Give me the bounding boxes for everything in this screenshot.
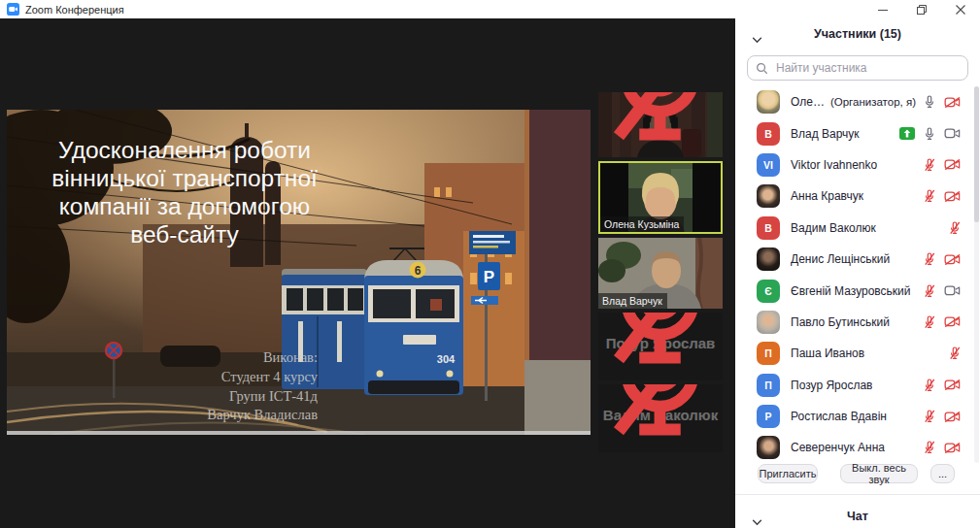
screen-share-icon: [899, 127, 915, 140]
tile-name-label: Вадим Ваколюк: [598, 384, 723, 452]
avatar: В: [757, 122, 780, 146]
avatar: Р: [757, 405, 780, 428]
participant-row[interactable]: В Вадим Ваколюк: [735, 213, 972, 244]
participant-row[interactable]: Денис Лещінський: [735, 244, 972, 275]
participant-row[interactable]: П Паша Иванов: [735, 338, 972, 369]
chat-title: Чат: [847, 510, 868, 523]
zoom-window: Zoom Конференция: [0, 0, 980, 528]
video-tile-vadym[interactable]: Вадим Ваколюк Вадим Ваколюк: [598, 384, 723, 452]
avatar: [757, 311, 780, 334]
slide-photo-tram-front: 6 304: [364, 248, 463, 395]
mic-muted-icon[interactable]: [924, 189, 935, 203]
avatar: [757, 184, 780, 208]
participant-row[interactable]: VI Viktor Ivahnenko: [735, 149, 972, 181]
camera-on-icon[interactable]: [944, 285, 961, 296]
mic-on-icon[interactable]: [924, 95, 935, 109]
avatar: П: [757, 342, 780, 365]
svg-text:Студент 4 курсу: Студент 4 курсу: [221, 369, 319, 384]
minimize-icon: [878, 5, 888, 15]
mic-on-icon[interactable]: [924, 127, 935, 141]
mic-muted-icon[interactable]: [949, 221, 961, 235]
tile-name-label: Євгеній Мазуровський: [598, 92, 723, 157]
mic-muted-icon[interactable]: [924, 441, 935, 454]
svg-text:веб-сайту: веб-сайту: [130, 221, 239, 248]
participant-row[interactable]: Анна Кравчук: [735, 181, 972, 212]
mic-muted-icon[interactable]: [924, 252, 935, 266]
svg-text:Варчук Владислав: Варчук Владислав: [207, 407, 318, 422]
participant-row[interactable]: Р Ростислав Вдавін: [735, 401, 972, 432]
collapse-panel-chevron-icon[interactable]: [752, 30, 762, 48]
participant-row[interactable]: В Влад Варчук: [735, 117, 972, 148]
restore-icon: [917, 5, 927, 15]
restore-button[interactable]: [902, 0, 941, 18]
participant-row[interactable]: П Позур Ярослав: [735, 370, 972, 401]
camera-off-icon[interactable]: [944, 191, 961, 202]
shared-screen-area: 6 304 P: [0, 18, 735, 528]
camera-on-icon[interactable]: [944, 128, 961, 139]
video-tile-pozur[interactable]: Позур Ярослав Позур Ярослав: [598, 313, 723, 380]
search-icon: [756, 62, 768, 75]
panel-footer: Пригласить Выкл. весь звук ...: [735, 464, 980, 485]
video-tile-vlad[interactable]: Влад Варчук: [598, 238, 723, 309]
video-tile-yevhenii[interactable]: Євгеній Мазуровський: [598, 92, 723, 157]
panel-divider: [735, 494, 980, 495]
participant-list: Олена Кузь... (Организатор, я) В Влад Ва…: [735, 86, 972, 464]
window-title: Zoom Конференция: [25, 4, 124, 16]
title-bar: Zoom Конференция: [0, 0, 980, 18]
camera-off-icon[interactable]: [944, 159, 961, 170]
camera-off-icon[interactable]: [944, 412, 961, 422]
tile-name-label: Олена Кузьміна: [600, 216, 684, 232]
participant-search[interactable]: [747, 55, 968, 81]
svg-text:Виконав:: Виконав:: [263, 349, 318, 365]
mic-muted-icon[interactable]: [924, 284, 935, 298]
invite-button[interactable]: Пригласить: [758, 464, 818, 483]
participants-title: Участники (15): [814, 27, 901, 41]
video-thumbnail-strip: Євгеній Мазуровський: [598, 92, 723, 456]
scrollbar[interactable]: [974, 86, 979, 463]
participant-row[interactable]: Олена Кузь... (Организатор, я): [735, 86, 972, 117]
muted-mic-icon: [602, 92, 718, 155]
close-icon: [956, 5, 965, 15]
tram-route-number: 6: [415, 264, 422, 278]
more-options-button[interactable]: ...: [930, 464, 955, 483]
mic-muted-icon[interactable]: [924, 158, 935, 172]
svg-text:Групи ІСТ-41д: Групи ІСТ-41д: [229, 388, 319, 404]
video-tile-olena-active-speaker[interactable]: Олена Кузьміна: [598, 161, 723, 234]
svg-text:компанії за допомогою: компанії за допомогою: [59, 193, 310, 219]
camera-off-icon[interactable]: [944, 254, 961, 265]
participants-header: Участники (15): [735, 18, 980, 50]
participants-panel: Участники (15) Олена Кузь... (Организато…: [735, 18, 980, 528]
tile-name-label: Позур Ярослав: [598, 313, 723, 380]
presentation-slide: 6 304 P: [7, 110, 591, 435]
avatar: VI: [757, 153, 780, 177]
minimize-button[interactable]: [863, 0, 902, 18]
muted-mic-icon: [602, 384, 718, 450]
participant-row[interactable]: Є Євгеній Мазуровський: [735, 275, 972, 306]
close-button[interactable]: [941, 0, 980, 18]
camera-off-icon[interactable]: [944, 316, 961, 327]
host-suffix: (Организатор, я): [830, 96, 924, 108]
participant-row[interactable]: Северенчук Анна: [735, 432, 972, 463]
mute-all-button[interactable]: Выкл. весь звук: [840, 464, 918, 483]
avatar: [757, 436, 780, 459]
avatar: Є: [757, 280, 780, 303]
camera-off-icon[interactable]: [944, 380, 961, 390]
mic-muted-icon[interactable]: [924, 379, 935, 392]
mic-muted-icon[interactable]: [924, 410, 935, 423]
chat-chevron-icon[interactable]: [752, 512, 762, 528]
scrollbar-thumb[interactable]: [974, 86, 979, 222]
tile-name-label: Влад Варчук: [598, 293, 667, 309]
chat-header: Чат: [735, 502, 980, 528]
search-input[interactable]: [774, 60, 960, 76]
muted-mic-icon: [602, 313, 718, 379]
svg-text:Удосконалення роботи: Удосконалення роботи: [58, 137, 311, 163]
avatar: [757, 248, 780, 271]
slide-photo-building: [524, 110, 591, 401]
camera-off-icon[interactable]: [944, 443, 961, 453]
avatar: В: [757, 216, 780, 240]
mic-muted-icon[interactable]: [949, 346, 961, 360]
participant-row[interactable]: Павло Бутинський: [735, 307, 972, 338]
camera-off-icon[interactable]: [944, 97, 961, 108]
mic-muted-icon[interactable]: [924, 315, 935, 329]
zoom-app-icon: [7, 3, 19, 16]
